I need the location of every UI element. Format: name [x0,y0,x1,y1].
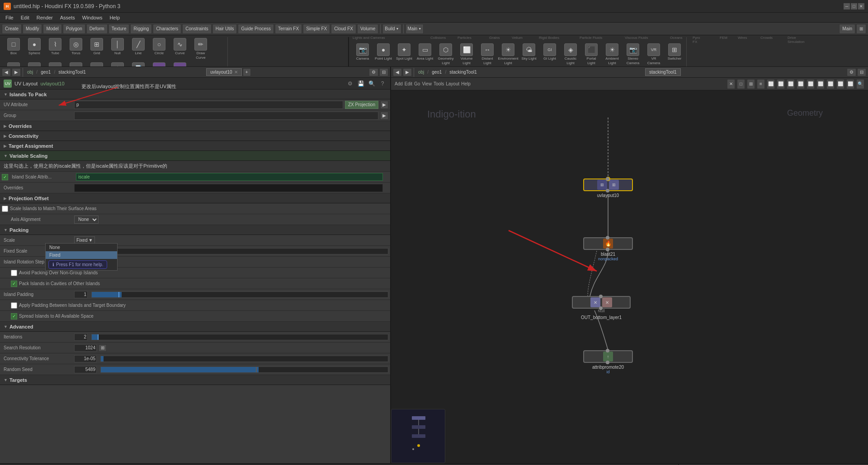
zx-projection-btn[interactable]: ZX Projection [345,101,378,109]
randomseed-slider[interactable] [100,366,388,373]
shelf-tool-skylight[interactable]: 🌤 Sky Light [519,42,539,67]
connectivity-header[interactable]: ▶ Connectivity [0,131,390,141]
tab-close-icon[interactable]: ✕ [234,70,238,75]
island-padding-input[interactable] [74,291,88,298]
net-tool-1[interactable]: ⬜ [767,79,775,89]
spread-islands-checkbox[interactable]: ✓ [11,313,17,319]
net-tool-grid[interactable]: ⊞ [747,79,755,89]
net-tool-9[interactable]: ⬜ [846,79,854,89]
islands-to-pack-header[interactable]: ▼ Islands To Pack [0,89,390,99]
shelf-tool-distantlight[interactable]: ↔ Distant Light [477,42,497,67]
characters-button[interactable]: Characters [153,24,181,34]
constraints-button[interactable]: Constraints [182,24,212,34]
shelf-tool-box[interactable]: □ Box [4,37,24,61]
menu-windows[interactable]: Windows [79,13,106,23]
node-box-blast[interactable]: 🔥 [583,237,633,250]
right-panel-expand[interactable]: ⊟ [857,68,866,76]
cloudfx-button[interactable]: Cloud FX [331,24,356,34]
island-scale-input[interactable]: iscale [76,173,383,181]
net-tool-list[interactable]: ≡ [757,79,765,89]
texture-button[interactable]: Texture [108,24,130,34]
targetassignment-header[interactable]: ▶ Target Assignment [0,141,390,151]
connectivitytolerance-input[interactable] [74,355,97,362]
right-nav-forward[interactable]: ▶ [403,68,412,76]
crumb-obj[interactable]: obj [25,68,35,76]
packing-header[interactable]: ▼ Packing [0,225,390,235]
right-panel-options[interactable]: ⚙ [847,68,856,76]
scale-dropdown-popup[interactable]: None Fixed ℹ Press F1 for more help. [45,243,118,271]
island-padding-slider[interactable] [91,291,388,298]
null-in-connector[interactable] [599,295,603,298]
shelf-tool-vrcam[interactable]: VR VR Camera [644,42,664,67]
shelf-tool-volumelight[interactable]: ⬜ Volume Light [457,42,476,67]
modify-button[interactable]: Modify [23,24,42,34]
nav-back[interactable]: ◀ [2,68,11,76]
node-blast21[interactable]: 🔥 blast21 nonpacked [583,237,633,261]
targets-header[interactable]: ▼ Targets [0,375,390,385]
node-out-bottom[interactable]: ✕ ✕ Null OUT_bottom_layer1 [572,296,631,320]
shelf-tool-geolight[interactable]: ⬡ Geometry Light [436,42,456,67]
shelf-tool-causticlight[interactable]: ◈ Caustic Light [561,42,580,67]
node-box-uvlayout[interactable]: ⊞ ⊞ ! [583,178,633,191]
deform-button[interactable]: Deform [86,24,108,34]
expand-button[interactable]: ⊞ [856,24,866,34]
shelf-tool-font[interactable]: A Font [45,61,65,67]
build-dropdown[interactable]: Build ▼ [382,24,401,34]
shelf-tool-switcher[interactable]: ⊞ Switcher [665,42,684,67]
model-button[interactable]: Model [43,24,61,34]
main-right-label[interactable]: Main [839,24,855,34]
net-tool-7[interactable]: ⬜ [826,79,835,89]
shelf-tool-platonic[interactable]: ◈ Platonic Solids [66,61,86,67]
crumb-stacking[interactable]: stackingTool1 [56,68,88,76]
shelf-tool-ambientlight[interactable]: ☀ Ambient Light [602,42,622,67]
shelf-tool-sphere[interactable]: ● Sphere [24,37,44,61]
network-canvas[interactable]: Indigo-ition Geometry [391,90,868,463]
shelf-tool-stacking[interactable]: ⊗ stackingTool1 [149,61,169,67]
net-tool-select[interactable]: ✕ [727,79,735,89]
connectivitytolerance-slider[interactable] [100,356,388,362]
right-crumb-geo1[interactable]: geo1 [429,68,444,76]
blast-in-connector[interactable] [606,236,609,240]
group-expand[interactable]: ▶ [380,112,388,120]
shelf-tool-camera[interactable]: 📷 Camera [353,42,373,67]
uv-attribute-input[interactable] [74,101,343,109]
shelf-tool-torus[interactable]: ◎ Torus [66,37,86,61]
net-menu-edit[interactable]: Edit [405,81,412,86]
shelf-tool-metaball[interactable]: ⬡ Metaball [108,61,127,67]
close-button[interactable]: ✕ [858,3,864,9]
simplefx-button[interactable]: Simple FX [303,24,330,34]
create-button[interactable]: Create [2,24,22,34]
uv-save-btn[interactable]: 💾 [357,80,365,88]
net-menu-tools[interactable]: Tools [434,81,444,86]
shelf-tool-stack1[interactable]: ⊛ Stack1 [170,61,190,67]
right-tab-stacking[interactable]: stackingTool1 [645,68,681,76]
net-tool-box[interactable]: □ [737,79,745,89]
randomseed-input[interactable] [74,366,97,373]
menu-render[interactable]: Render [33,13,57,23]
rigging-button[interactable]: Rigging [130,24,152,34]
right-nav-back[interactable]: ◀ [393,68,402,76]
group-input[interactable] [74,112,378,120]
null-out-connector[interactable] [599,306,603,310]
nav-forward[interactable]: ▶ [12,68,21,76]
uv-help-btn[interactable]: ? [378,80,387,88]
shelf-tool-spraypaint[interactable]: ✦ Spray Paint [24,61,44,67]
island-scale-checkbox[interactable]: ✓ [2,174,8,180]
node-box-null[interactable]: ✕ ✕ [572,296,631,309]
menu-edit[interactable]: Edit [17,13,33,23]
axis-alignment-select[interactable]: None [74,216,99,224]
volume-button[interactable]: Volume [357,24,378,34]
shelf-tool-spotlight[interactable]: ✦ Spot Light [394,42,414,67]
net-tool-8[interactable]: ⬜ [836,79,844,89]
shelf-tool-envlight[interactable]: ☀ Environment Light [498,42,518,67]
panel-options[interactable]: ⚙ [369,68,378,76]
uvlayout-out-connector[interactable] [606,189,609,193]
iterations-input[interactable] [74,333,88,341]
uv-attr-expand[interactable]: ▶ [380,101,388,109]
shelf-tool-line[interactable]: ╱ Line [128,37,148,61]
uv-gear-btn[interactable]: ⚙ [346,80,354,88]
net-menu-view[interactable]: View [422,81,432,86]
tab-uvlayout[interactable]: uvlayout10 ✕ [206,68,241,76]
node-attrib[interactable]: ↑ attribpromote20 id [583,350,633,374]
net-menu-add[interactable]: Add [395,81,403,86]
